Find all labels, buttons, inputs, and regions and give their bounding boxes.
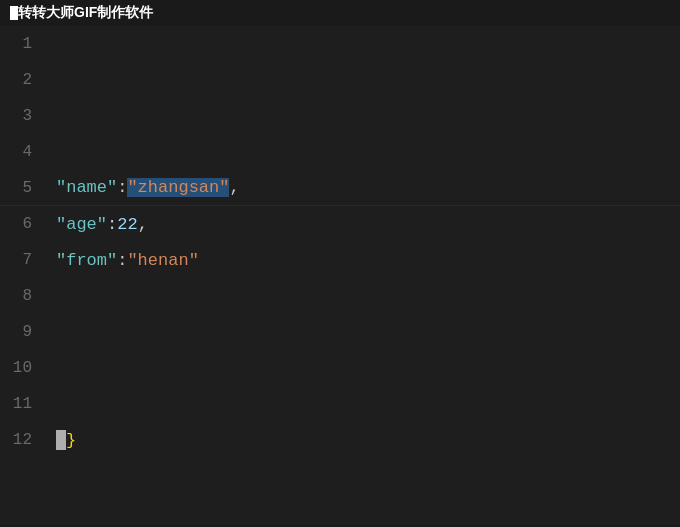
code-line-2: 2 [0, 62, 680, 98]
code-line-10: 10 [0, 350, 680, 386]
line-number-1: 1 [0, 35, 48, 53]
code-line-11: 11 [0, 386, 680, 422]
code-line-12: 12 } [0, 422, 680, 458]
comma-1: , [229, 178, 239, 197]
code-line-6: 6 "age":22, [0, 206, 680, 242]
colon-2: : [107, 215, 117, 234]
cursor-icon [10, 6, 18, 20]
value-zhangsan: "zhangsan" [127, 178, 229, 197]
line-number-4: 4 [0, 143, 48, 161]
comma-2: , [138, 215, 148, 234]
value-age: 22 [117, 215, 137, 234]
title-bar: 转转大师GIF制作软件 [0, 0, 680, 26]
code-line-3: 3 [0, 98, 680, 134]
closing-brace: } [66, 431, 76, 450]
line-number-11: 11 [0, 395, 48, 413]
code-line-4: 4 [0, 134, 680, 170]
key-age: "age" [56, 215, 107, 234]
code-line-7: 7 "from":"henan" [0, 242, 680, 278]
colon-1: : [117, 178, 127, 197]
line-content-5: "name":"zhangsan", [48, 178, 240, 197]
editor-area[interactable]: 1 2 3 4 5 "name":"zhangsan", 6 "age":22,… [0, 26, 680, 525]
line-number-12: 12 [0, 431, 48, 449]
code-line-8: 8 [0, 278, 680, 314]
line-content-7: "from":"henan" [48, 251, 199, 270]
colon-3: : [117, 251, 127, 270]
key-name: "name" [56, 178, 117, 197]
app-title: 转转大师GIF制作软件 [18, 4, 153, 22]
value-henan: "henan" [127, 251, 198, 270]
line-number-6: 6 [0, 215, 48, 233]
cursor-line-icon [56, 430, 66, 450]
line-content-6: "age":22, [48, 215, 148, 234]
line-number-9: 9 [0, 323, 48, 341]
code-line-1: 1 [0, 26, 680, 62]
line-number-3: 3 [0, 107, 48, 125]
code-line-5: 5 "name":"zhangsan", [0, 170, 680, 206]
line-number-7: 7 [0, 251, 48, 269]
line-number-5: 5 [0, 179, 48, 197]
code-line-9: 9 [0, 314, 680, 350]
line-content-12: } [48, 430, 76, 450]
line-number-10: 10 [0, 359, 48, 377]
key-from: "from" [56, 251, 117, 270]
line-number-8: 8 [0, 287, 48, 305]
line-number-2: 2 [0, 71, 48, 89]
